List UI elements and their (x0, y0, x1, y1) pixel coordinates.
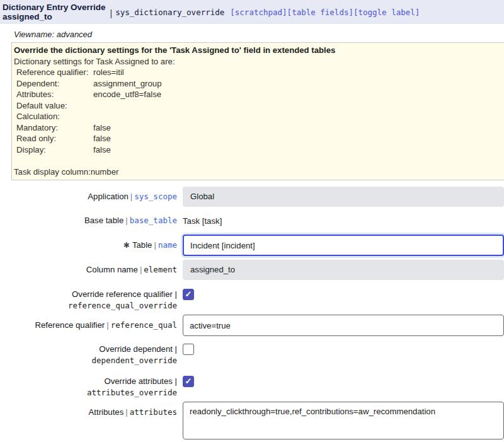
override-attributes-checkbox[interactable] (183, 376, 194, 387)
info-row-read-only: Read only:false (14, 133, 504, 144)
info-label: Default value: (16, 100, 93, 112)
info-value: false (93, 122, 111, 134)
base-table-label: Base table|base_table (0, 215, 183, 226)
column-name-field-name: element (144, 265, 177, 274)
base-table-field-name[interactable]: base_table (130, 216, 177, 225)
table-field-name[interactable]: name (158, 240, 177, 250)
viewname-label: Viewname: advanced (14, 30, 504, 39)
info-row-default-value: Default value: (14, 100, 504, 112)
label-separator: | (152, 240, 158, 250)
info-box-subtitle: Dictionary settings for Task Assigned to… (14, 56, 504, 67)
header-links: [scratchpad][table fields][toggle label] (230, 8, 420, 17)
base-table-label-text: Base table (84, 216, 123, 225)
application-field-name[interactable]: sys_scope (134, 192, 177, 201)
label-separator: | (105, 320, 110, 330)
info-label: Calculation: (16, 111, 93, 122)
table-fields-link[interactable]: [table fields] (287, 8, 353, 17)
scratchpad-link[interactable]: [scratchpad] (230, 8, 287, 17)
override-dependent-row: Override dependent | dependent_override (0, 344, 504, 366)
table-label: ✱Table|name (0, 240, 183, 251)
info-row-reference-qualifier: Reference qualifier:roles=itil (14, 67, 504, 78)
table-label-text: Table (132, 240, 152, 250)
info-row-calculation: Calculation: (14, 111, 504, 122)
application-readonly-field: Global (183, 187, 504, 207)
info-value: false (93, 133, 111, 144)
override-attributes-label-text: Override attributes | (0, 376, 177, 387)
info-row-display: Display:false (14, 144, 504, 156)
info-blank-line (14, 155, 504, 166)
table-technical-name: sys_dictionary_override (115, 8, 224, 17)
column-name-label-text: Column name (86, 265, 138, 274)
info-box-footer: Task display column:number (14, 166, 504, 178)
form-header: Dictionary Entry Override assigned_to | … (0, 0, 504, 24)
table-row: ✱Table|name (0, 235, 504, 256)
override-attributes-row: Override attributes | attributes_overrid… (0, 376, 504, 398)
application-label: Application|sys_scope (0, 191, 183, 202)
info-value: false (93, 144, 111, 156)
label-separator: | (138, 265, 144, 274)
info-label: Reference qualifier: (16, 67, 93, 78)
base-table-value: Task [task] (183, 216, 222, 226)
override-dependent-label-text: Override dependent | (0, 344, 177, 355)
page-title: Dictionary Entry Override assigned_to (3, 3, 106, 21)
column-name-row: Column name|element assigned_to (0, 260, 504, 280)
override-reference-qualifier-checkbox[interactable] (183, 289, 194, 300)
info-label: Mandatory: (16, 122, 93, 134)
label-separator: | (123, 407, 129, 417)
dictionary-info-box: Override the dictionary settings for the… (11, 42, 504, 180)
attributes-textarea[interactable]: readonly_clickthrough=true,ref_contribut… (183, 402, 504, 439)
override-reference-qualifier-field-name: reference_qual_override (0, 300, 177, 311)
info-value: roles=itil (93, 67, 124, 78)
table-input[interactable] (183, 235, 504, 256)
title-separator: | (110, 8, 113, 18)
attributes-row: Attributes|attributes readonly_clickthro… (0, 402, 504, 442)
info-row-attributes: Attributes:encode_utf8=false (14, 89, 504, 100)
override-dependent-field-name: dependent_override (0, 355, 177, 366)
attributes-label: Attributes|attributes (0, 402, 183, 418)
reference-qualifier-field-name: reference_qual (111, 320, 177, 330)
label-separator: | (129, 192, 134, 201)
dictionary-override-form: Application|sys_scope Global Base table|… (0, 187, 504, 442)
column-name-readonly-field: assigned_to (183, 260, 504, 280)
override-reference-qualifier-label-text: Override reference qualifier | (0, 289, 177, 300)
override-reference-qualifier-label: Override reference qualifier | reference… (0, 289, 183, 311)
info-row-dependent: Dependent:assignment_group (14, 78, 504, 90)
mandatory-icon: ✱ (123, 241, 130, 250)
column-name-label: Column name|element (0, 264, 183, 276)
page-title-line2: assigned_to (3, 12, 106, 21)
attributes-field-name: attributes (130, 407, 177, 417)
override-attributes-label: Override attributes | attributes_overrid… (0, 376, 183, 398)
info-value: assignment_group (93, 78, 162, 90)
override-reference-qualifier-row: Override reference qualifier | reference… (0, 289, 504, 311)
info-label: Dependent: (16, 78, 93, 90)
info-label: Read only: (16, 133, 93, 144)
application-row: Application|sys_scope Global (0, 187, 504, 207)
reference-qualifier-row: Reference qualifier|reference_qual (0, 315, 504, 336)
toggle-label-link[interactable]: [toggle label] (353, 8, 420, 17)
info-box-title: Override the dictionary settings for the… (14, 45, 504, 56)
reference-qualifier-label: Reference qualifier|reference_qual (0, 320, 183, 331)
override-attributes-field-name: attributes_override (0, 387, 177, 398)
info-label: Attributes: (16, 89, 93, 100)
info-value: encode_utf8=false (93, 89, 161, 100)
override-dependent-label: Override dependent | dependent_override (0, 344, 183, 366)
info-row-mandatory: Mandatory:false (14, 122, 504, 134)
application-label-text: Application (88, 192, 129, 201)
label-separator: | (123, 216, 129, 225)
reference-qualifier-input[interactable] (183, 315, 504, 336)
override-dependent-checkbox[interactable] (183, 344, 194, 355)
page-title-line1: Dictionary Entry Override (3, 3, 106, 12)
reference-qualifier-label-text: Reference qualifier (35, 320, 105, 330)
base-table-row: Base table|base_table Task [task] (0, 214, 504, 227)
info-label: Display: (16, 144, 93, 156)
attributes-label-text: Attributes (89, 407, 124, 417)
